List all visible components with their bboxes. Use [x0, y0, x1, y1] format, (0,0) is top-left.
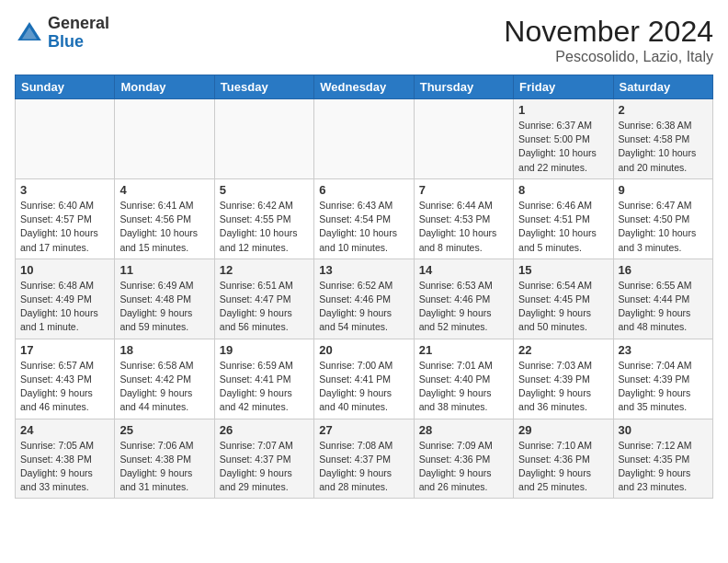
calendar-cell: 13Sunrise: 6:52 AMSunset: 4:46 PMDayligh… — [314, 259, 414, 339]
logo-general: General — [48, 14, 109, 32]
calendar-cell: 12Sunrise: 6:51 AMSunset: 4:47 PMDayligh… — [214, 259, 313, 339]
day-info: Sunrise: 7:12 AMSunset: 4:35 PMDaylight:… — [619, 439, 708, 495]
day-number: 2 — [619, 103, 708, 117]
day-info: Sunrise: 6:53 AMSunset: 4:46 PMDaylight:… — [419, 279, 508, 335]
week-row-0: 1Sunrise: 6:37 AMSunset: 5:00 PMDaylight… — [16, 99, 713, 179]
day-number: 15 — [518, 263, 608, 277]
day-info: Sunrise: 6:52 AMSunset: 4:46 PMDaylight:… — [319, 279, 408, 335]
calendar-cell: 26Sunrise: 7:07 AMSunset: 4:37 PMDayligh… — [214, 419, 313, 499]
day-number: 1 — [518, 103, 608, 117]
day-number: 18 — [119, 343, 209, 357]
day-number: 26 — [220, 423, 309, 437]
day-number: 20 — [319, 343, 408, 357]
calendar-cell — [214, 99, 313, 179]
day-info: Sunrise: 6:58 AMSunset: 4:42 PMDaylight:… — [119, 359, 209, 415]
calendar-cell: 5Sunrise: 6:42 AMSunset: 4:55 PMDaylight… — [214, 178, 313, 259]
day-info: Sunrise: 7:01 AMSunset: 4:40 PMDaylight:… — [419, 359, 508, 415]
day-number: 19 — [220, 343, 309, 357]
day-number: 12 — [220, 263, 309, 277]
week-row-1: 3Sunrise: 6:40 AMSunset: 4:57 PMDaylight… — [16, 178, 713, 259]
weekday-header-wednesday: Wednesday — [314, 75, 414, 99]
calendar-cell: 3Sunrise: 6:40 AMSunset: 4:57 PMDaylight… — [16, 178, 115, 259]
day-number: 28 — [419, 423, 508, 437]
calendar-cell: 23Sunrise: 7:04 AMSunset: 4:39 PMDayligh… — [613, 339, 712, 419]
day-number: 16 — [619, 263, 708, 277]
title-block: November 2024 Pescosolido, Lazio, Italy — [504, 15, 713, 65]
week-row-3: 17Sunrise: 6:57 AMSunset: 4:43 PMDayligh… — [16, 339, 713, 419]
day-info: Sunrise: 6:54 AMSunset: 4:45 PMDaylight:… — [518, 279, 608, 335]
day-info: Sunrise: 7:05 AMSunset: 4:38 PMDaylight:… — [20, 439, 109, 495]
logo: General Blue — [15, 15, 109, 52]
calendar-cell — [115, 99, 214, 179]
calendar-cell: 20Sunrise: 7:00 AMSunset: 4:41 PMDayligh… — [314, 339, 414, 419]
calendar-cell: 16Sunrise: 6:55 AMSunset: 4:44 PMDayligh… — [613, 259, 712, 339]
day-info: Sunrise: 6:37 AMSunset: 5:00 PMDaylight:… — [518, 119, 608, 175]
day-number: 3 — [20, 183, 109, 197]
day-info: Sunrise: 6:59 AMSunset: 4:41 PMDaylight:… — [220, 359, 309, 415]
day-info: Sunrise: 6:38 AMSunset: 4:58 PMDaylight:… — [619, 119, 708, 175]
day-info: Sunrise: 7:08 AMSunset: 4:37 PMDaylight:… — [319, 439, 408, 495]
day-info: Sunrise: 7:07 AMSunset: 4:37 PMDaylight:… — [220, 439, 309, 495]
day-info: Sunrise: 6:51 AMSunset: 4:47 PMDaylight:… — [220, 279, 309, 335]
day-info: Sunrise: 6:41 AMSunset: 4:56 PMDaylight:… — [119, 199, 209, 255]
day-info: Sunrise: 7:10 AMSunset: 4:36 PMDaylight:… — [518, 439, 608, 495]
logo-text: General Blue — [48, 15, 109, 52]
month-title: November 2024 — [504, 15, 713, 49]
calendar-cell: 21Sunrise: 7:01 AMSunset: 4:40 PMDayligh… — [414, 339, 513, 419]
day-info: Sunrise: 7:03 AMSunset: 4:39 PMDaylight:… — [518, 359, 608, 415]
day-info: Sunrise: 6:44 AMSunset: 4:53 PMDaylight:… — [419, 199, 508, 255]
day-number: 17 — [20, 343, 109, 357]
day-number: 8 — [518, 183, 608, 197]
weekday-header-saturday: Saturday — [613, 75, 712, 99]
day-info: Sunrise: 6:40 AMSunset: 4:57 PMDaylight:… — [20, 199, 109, 255]
day-number: 27 — [319, 423, 408, 437]
calendar-cell: 8Sunrise: 6:46 AMSunset: 4:51 PMDaylight… — [514, 178, 613, 259]
calendar-table: SundayMondayTuesdayWednesdayThursdayFrid… — [15, 75, 713, 499]
day-info: Sunrise: 6:43 AMSunset: 4:54 PMDaylight:… — [319, 199, 408, 255]
day-number: 24 — [20, 423, 109, 437]
calendar-cell: 29Sunrise: 7:10 AMSunset: 4:36 PMDayligh… — [514, 419, 613, 499]
day-info: Sunrise: 6:48 AMSunset: 4:49 PMDaylight:… — [20, 279, 109, 335]
weekday-header-tuesday: Tuesday — [214, 75, 313, 99]
day-number: 23 — [619, 343, 708, 357]
weekday-header-monday: Monday — [115, 75, 214, 99]
day-info: Sunrise: 7:00 AMSunset: 4:41 PMDaylight:… — [319, 359, 408, 415]
day-number: 13 — [319, 263, 408, 277]
day-number: 10 — [20, 263, 109, 277]
day-info: Sunrise: 6:47 AMSunset: 4:50 PMDaylight:… — [619, 199, 708, 255]
day-number: 4 — [119, 183, 209, 197]
weekday-header-row: SundayMondayTuesdayWednesdayThursdayFrid… — [16, 75, 713, 99]
calendar-cell: 7Sunrise: 6:44 AMSunset: 4:53 PMDaylight… — [414, 178, 513, 259]
calendar-cell: 6Sunrise: 6:43 AMSunset: 4:54 PMDaylight… — [314, 178, 414, 259]
day-number: 21 — [419, 343, 508, 357]
week-row-4: 24Sunrise: 7:05 AMSunset: 4:38 PMDayligh… — [16, 419, 713, 499]
weekday-header-sunday: Sunday — [16, 75, 115, 99]
calendar-cell: 2Sunrise: 6:38 AMSunset: 4:58 PMDaylight… — [613, 99, 712, 179]
calendar-cell: 10Sunrise: 6:48 AMSunset: 4:49 PMDayligh… — [16, 259, 115, 339]
calendar-cell: 1Sunrise: 6:37 AMSunset: 5:00 PMDaylight… — [514, 99, 613, 179]
calendar-cell — [314, 99, 414, 179]
location: Pescosolido, Lazio, Italy — [504, 49, 713, 65]
calendar-cell: 28Sunrise: 7:09 AMSunset: 4:36 PMDayligh… — [414, 419, 513, 499]
day-number: 25 — [119, 423, 209, 437]
calendar-cell: 17Sunrise: 6:57 AMSunset: 4:43 PMDayligh… — [16, 339, 115, 419]
calendar-cell: 24Sunrise: 7:05 AMSunset: 4:38 PMDayligh… — [16, 419, 115, 499]
calendar-cell — [16, 99, 115, 179]
page-header: General Blue November 2024 Pescosolido, … — [15, 15, 713, 65]
calendar-cell: 30Sunrise: 7:12 AMSunset: 4:35 PMDayligh… — [613, 419, 712, 499]
weekday-header-thursday: Thursday — [414, 75, 513, 99]
day-number: 14 — [419, 263, 508, 277]
weekday-header-friday: Friday — [514, 75, 613, 99]
day-info: Sunrise: 7:04 AMSunset: 4:39 PMDaylight:… — [619, 359, 708, 415]
day-info: Sunrise: 6:57 AMSunset: 4:43 PMDaylight:… — [20, 359, 109, 415]
logo-blue: Blue — [48, 32, 84, 51]
day-number: 6 — [319, 183, 408, 197]
day-info: Sunrise: 7:06 AMSunset: 4:38 PMDaylight:… — [119, 439, 209, 495]
day-number: 11 — [119, 263, 209, 277]
calendar-cell: 25Sunrise: 7:06 AMSunset: 4:38 PMDayligh… — [115, 419, 214, 499]
calendar-cell: 11Sunrise: 6:49 AMSunset: 4:48 PMDayligh… — [115, 259, 214, 339]
logo-icon — [15, 18, 44, 48]
calendar-cell: 4Sunrise: 6:41 AMSunset: 4:56 PMDaylight… — [115, 178, 214, 259]
calendar-cell: 27Sunrise: 7:08 AMSunset: 4:37 PMDayligh… — [314, 419, 414, 499]
day-number: 30 — [619, 423, 708, 437]
